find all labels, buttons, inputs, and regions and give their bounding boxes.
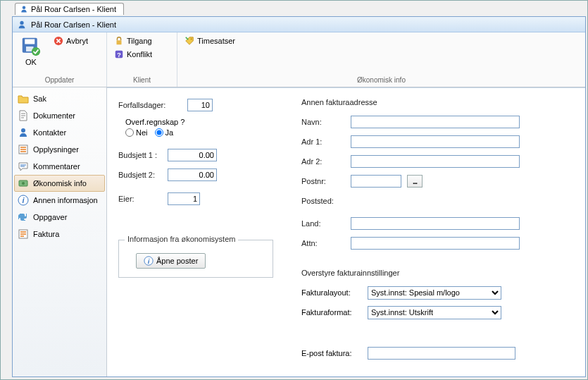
postnr-input[interactable] — [351, 175, 401, 188]
tilgang-label: Tilgang — [127, 37, 152, 45]
money-icon — [18, 178, 29, 189]
poststed-label: Poststed: — [301, 197, 345, 205]
timesatser-button[interactable]: Timesatser — [183, 35, 237, 47]
postnr-label: Postnr: — [301, 177, 345, 185]
svg-point-11 — [21, 128, 25, 133]
svg-text:?: ? — [117, 51, 121, 59]
sidebar-item-opplysninger[interactable]: Opplysninger — [14, 141, 105, 158]
sidebar-item-label: Oppgaver — [33, 213, 67, 221]
infosys-title: Informasjon fra økonomisystem — [125, 235, 238, 243]
epost-input[interactable] — [368, 347, 515, 360]
svg-point-14 — [22, 182, 25, 185]
land-input[interactable] — [351, 217, 520, 230]
sidebar-item-label: Kontakter — [33, 128, 66, 137]
forfallsdager-label: Forfallsdager: — [118, 101, 182, 109]
forfallsdager-input[interactable] — [187, 99, 213, 111]
ribbon-group-label: Økonomisk info — [177, 75, 585, 87]
overstyre-heading: Overstyre fakturainnstillinger — [301, 269, 534, 277]
sidebar-item-oppgaver[interactable]: Oppgaver — [14, 209, 105, 226]
sidebar-item-label: Dokumenter — [33, 111, 75, 120]
svg-point-0 — [23, 6, 26, 10]
fakturalayout-select[interactable]: Syst.innst: Spesial m/logo — [368, 286, 501, 300]
person-icon — [18, 127, 29, 138]
attn-input[interactable] — [351, 237, 520, 250]
question-icon: ? — [114, 49, 124, 59]
konflikt-label: Konflikt — [127, 50, 152, 59]
eier-label: Eier: — [118, 195, 162, 203]
navn-label: Navn: — [301, 118, 345, 126]
land-label: Land: — [301, 219, 345, 228]
ok-button[interactable]: OK — [18, 35, 44, 68]
puzzle-icon — [18, 212, 29, 223]
ribbon-group-label: Oppdater — [13, 75, 106, 87]
sidebar-item-label: Sak — [33, 94, 46, 103]
svg-point-10 — [191, 38, 192, 39]
person-icon — [17, 20, 27, 30]
ribbon-group-label: Klient — [107, 75, 177, 87]
fakturaformat-label: Fakturaformat: — [301, 308, 362, 317]
sidebar-item-label: Annen informasjon — [33, 196, 98, 204]
sidebar-item-dokumenter[interactable]: Dokumenter — [14, 107, 105, 124]
sidebar-item-label: Økonomisk info — [33, 179, 87, 188]
timesatser-label: Timesatser — [197, 37, 235, 45]
konflikt-button[interactable]: ? Konflikt — [113, 49, 154, 60]
money-tag-icon — [184, 36, 194, 46]
svg-rect-7 — [117, 40, 122, 44]
budsjett1-input[interactable] — [168, 149, 217, 161]
sidebar-item-faktura[interactable]: Faktura — [14, 226, 105, 243]
adr1-input[interactable] — [351, 135, 520, 148]
sidebar-item-label: Kommentarer — [33, 162, 80, 171]
sidebar-item-kommentarer[interactable]: Kommentarer — [14, 158, 105, 175]
cancel-icon — [54, 36, 63, 46]
avbryt-button[interactable]: Avbryt — [52, 35, 89, 47]
person-icon — [20, 5, 28, 13]
budsjett2-input[interactable] — [168, 168, 217, 181]
window-title: Pål Roar Carlsen - Klient — [31, 20, 116, 29]
radio-nei[interactable]: Nei — [125, 128, 148, 137]
sidebar-item-label: Opplysninger — [33, 145, 79, 154]
apne-poster-label: Åpne poster — [156, 257, 198, 265]
folder-icon — [18, 93, 29, 104]
ok-label: OK — [25, 58, 37, 66]
document-icon — [18, 110, 29, 121]
fakturaformat-select[interactable]: Syst.innst: Utskrift — [368, 306, 501, 319]
info-icon: i — [144, 256, 154, 266]
svg-point-5 — [32, 47, 40, 56]
postnr-picker[interactable]: ... — [407, 175, 423, 188]
svg-text:i: i — [148, 257, 150, 265]
budsjett1-label: Budsjett 1 : — [118, 151, 162, 159]
sidebar-item-label: Faktura — [33, 230, 59, 238]
titlebar: Pål Roar Carlsen - Klient — [13, 17, 585, 32]
invoice-icon — [18, 228, 29, 240]
epost-label: E-post faktura: — [301, 349, 362, 357]
lock-icon — [114, 36, 124, 46]
adr2-label: Adr 2: — [301, 157, 345, 166]
overf-label: Overf.regnskap ? — [125, 118, 273, 126]
adr1-label: Adr 1: — [301, 137, 345, 146]
sidebar-item-okonomisk[interactable]: Økonomisk info — [14, 175, 105, 192]
window-tab[interactable]: Pål Roar Carlsen - Klient — [15, 3, 124, 15]
navn-input[interactable] — [351, 116, 520, 128]
apne-poster-button[interactable]: i Åpne poster — [136, 253, 206, 269]
sidebar-item-annen[interactable]: i Annen informasjon — [14, 192, 105, 209]
radio-ja[interactable]: Ja — [155, 128, 174, 137]
tilgang-button[interactable]: Tilgang — [113, 35, 154, 47]
annen-adresse-heading: Annen fakturaadresse — [301, 98, 534, 106]
attn-label: Attn: — [301, 239, 345, 247]
list-icon — [18, 144, 29, 155]
comment-icon — [18, 161, 29, 172]
budsjett2-label: Budsjett 2: — [118, 171, 162, 179]
eier-input[interactable] — [168, 192, 200, 205]
svg-rect-3 — [25, 39, 35, 44]
adr2-input[interactable] — [351, 155, 520, 168]
tab-title: Pål Roar Carlsen - Klient — [31, 5, 116, 13]
fakturalayout-label: Fakturalayout: — [301, 288, 362, 297]
avbryt-label: Avbryt — [66, 37, 88, 45]
sidebar-item-kontakter[interactable]: Kontakter — [14, 124, 105, 141]
save-ok-icon — [21, 37, 41, 56]
sidebar-item-sak[interactable]: Sak — [14, 90, 105, 107]
info-icon: i — [18, 195, 29, 206]
svg-point-1 — [20, 20, 23, 24]
sidebar: Sak Dokumenter Kontakter Opplysninger Ko… — [13, 87, 107, 376]
